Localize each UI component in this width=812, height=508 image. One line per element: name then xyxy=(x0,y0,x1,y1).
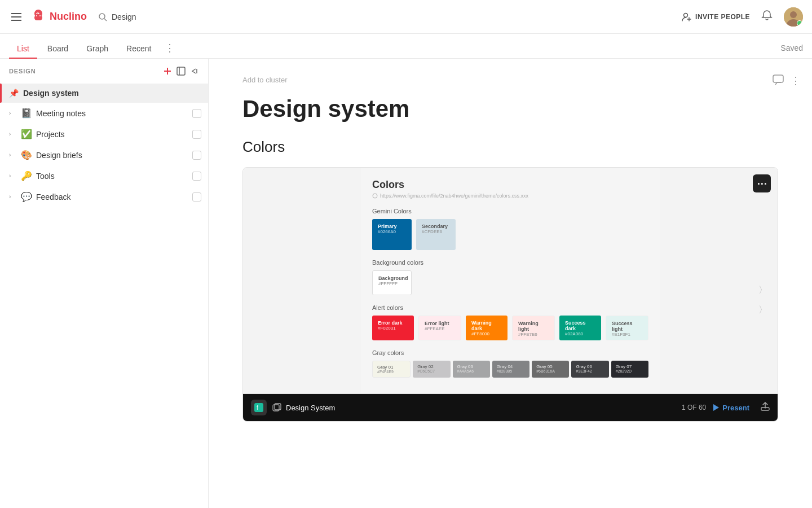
gray-section-label: Gray colors xyxy=(372,349,648,356)
item-emoji: 💬 xyxy=(20,191,33,202)
more-options-button[interactable]: ⋮ xyxy=(791,75,801,89)
svg-point-2 xyxy=(99,14,105,19)
sidebar-item-feedback[interactable]: › 💬 Feedback xyxy=(0,186,208,207)
item-emoji: 🎨 xyxy=(20,150,33,160)
success-light-swatch: Success light #E1F3F1 xyxy=(606,316,648,340)
secondary-swatch: Secondary #CFDEE6 xyxy=(416,219,456,250)
embed-toolbar: f Design System 1 OF 60 Present xyxy=(243,393,778,421)
primary-swatch: Primary #0266A0 xyxy=(372,219,412,250)
colors-section-title: Colors xyxy=(242,138,778,156)
invite-icon xyxy=(682,12,692,21)
embed-more-button[interactable]: ⋯ xyxy=(753,174,771,192)
gray-05-swatch: Gray 05 #6B6316A xyxy=(532,361,569,378)
alerts-row: Error dark #F02031 Error light #FFEAEE W… xyxy=(372,316,648,340)
sidebar-item-meeting-notes[interactable]: › 📓 Meeting notes xyxy=(0,103,208,124)
add-to-cluster[interactable]: Add to cluster xyxy=(242,76,778,84)
comments-button[interactable] xyxy=(773,75,784,89)
duplicate-icon xyxy=(272,403,281,412)
tab-board[interactable]: Board xyxy=(39,40,76,59)
figma-embed: Colors https://www.figma.com/file/2nab4h… xyxy=(242,167,778,422)
document-title: Design system xyxy=(242,95,778,122)
embed-nav-next[interactable]: 〉 xyxy=(758,304,767,316)
topbar-left: Nuclino Design xyxy=(9,8,136,25)
item-emoji: ✅ xyxy=(20,129,33,139)
sidebar-item-tools[interactable]: › 🔑 Tools xyxy=(0,165,208,186)
background-swatch: Background #FFFFFF xyxy=(372,270,412,295)
tab-graph[interactable]: Graph xyxy=(78,40,116,59)
item-checkbox[interactable] xyxy=(192,109,201,118)
embed-title: Design System xyxy=(286,404,676,412)
logo-icon xyxy=(30,8,46,25)
invite-people-button[interactable]: INVITE PEOPLE xyxy=(682,12,750,21)
figma-url: https://www.figma.com/file/2nab4hwe/gemi… xyxy=(372,193,648,199)
sidebar-item-design-briefs[interactable]: › 🎨 Design briefs xyxy=(0,144,208,165)
error-light-swatch: Error light #FFEAEE xyxy=(418,316,461,340)
gray-04-swatch: Gray 04 #828385 xyxy=(492,361,529,378)
svg-marker-20 xyxy=(713,404,719,411)
gray-07-swatch: Gray 07 #28292D xyxy=(611,361,648,378)
active-indicator xyxy=(0,84,2,103)
sidebar-item-projects[interactable]: › ✅ Projects xyxy=(0,124,208,144)
chevron-icon: › xyxy=(9,131,17,137)
logo-text: Nuclino xyxy=(50,11,87,23)
invite-label: INVITE PEOPLE xyxy=(695,13,750,21)
gray-03-swatch: Gray 03 #A4A5A6 xyxy=(453,361,490,378)
item-checkbox[interactable] xyxy=(192,192,201,202)
gray-01-swatch: Gray 01 #F4F4E9 xyxy=(372,361,411,378)
collapse-sidebar-button[interactable] xyxy=(190,67,199,76)
online-indicator xyxy=(797,20,802,26)
embed-inner: Colors https://www.figma.com/file/2nab4h… xyxy=(243,168,778,393)
embed-nav-prev[interactable]: 〉 xyxy=(758,284,767,296)
tab-list[interactable]: List xyxy=(9,40,37,59)
topbar: Nuclino Design INVITE PEOPLE xyxy=(0,0,812,34)
gemini-label: Gemini Colors xyxy=(372,208,648,214)
gray-06-swatch: Gray 06 #3E3F42 xyxy=(571,361,608,378)
svg-text:f: f xyxy=(257,405,258,411)
success-dark-swatch: Success dark #02A080 xyxy=(559,316,601,340)
svg-line-3 xyxy=(104,19,107,21)
svg-point-8 xyxy=(790,11,797,18)
content-area: ⋮ Add to cluster Design system Colors Co… xyxy=(209,59,812,508)
gray-swatches-row: Gray 01 #F4F4E9 Gray 02 #C6C5C7 Gray 03 … xyxy=(372,361,648,378)
gray-02-swatch: Gray 02 #C6C5C7 xyxy=(413,361,450,378)
sidebar-items-list: 📌 Design system › 📓 Meeting notes › ✅ Pr… xyxy=(0,84,208,508)
notifications-button[interactable] xyxy=(761,10,773,24)
svg-rect-14 xyxy=(773,75,783,82)
item-checkbox[interactable] xyxy=(192,172,201,181)
tab-more-button[interactable]: ⋮ xyxy=(161,37,178,59)
saved-label: Saved xyxy=(780,43,803,58)
sidebar-item-design-system[interactable]: 📌 Design system xyxy=(0,84,208,103)
item-checkbox[interactable] xyxy=(192,151,201,160)
user-avatar[interactable] xyxy=(784,7,803,27)
sidebar-header: DESIGN xyxy=(0,59,208,84)
figma-app-icon: f xyxy=(251,400,267,415)
embed-count: 1 OF 60 xyxy=(682,404,706,411)
search-area[interactable]: Design xyxy=(98,12,136,21)
tab-recent[interactable]: Recent xyxy=(118,40,159,59)
background-section-label: Background colors xyxy=(372,259,648,266)
svg-rect-11 xyxy=(177,67,185,75)
background-row: Background #FFFFFF xyxy=(372,270,648,295)
sidebar-cluster-title: DESIGN xyxy=(9,68,36,75)
figma-frame: Colors https://www.figma.com/file/2nab4h… xyxy=(361,168,660,393)
chevron-icon: › xyxy=(9,152,17,158)
figma-doc-title: Colors xyxy=(372,179,648,191)
alerts-section-label: Alert colors xyxy=(372,304,648,311)
svg-point-4 xyxy=(684,13,688,17)
chevron-icon: › xyxy=(9,110,17,116)
share-button[interactable] xyxy=(761,402,770,413)
item-emoji: 🔑 xyxy=(20,170,33,181)
item-emoji: 📓 xyxy=(20,108,33,119)
warning-dark-swatch: Warning dark #FF8000 xyxy=(466,316,508,340)
chevron-icon: › xyxy=(9,194,17,200)
present-button[interactable]: Present xyxy=(712,404,749,412)
item-checkbox[interactable] xyxy=(192,130,201,139)
new-item-button[interactable] xyxy=(163,67,172,76)
svg-rect-16 xyxy=(254,403,263,412)
topbar-right: INVITE PEOPLE xyxy=(682,7,803,27)
hamburger-menu[interactable] xyxy=(9,11,24,23)
warning-light-swatch: Warning light #FFE7E6 xyxy=(512,316,555,340)
logo[interactable]: Nuclino xyxy=(30,8,87,25)
expand-button[interactable] xyxy=(176,67,186,76)
sidebar-actions xyxy=(163,67,199,76)
